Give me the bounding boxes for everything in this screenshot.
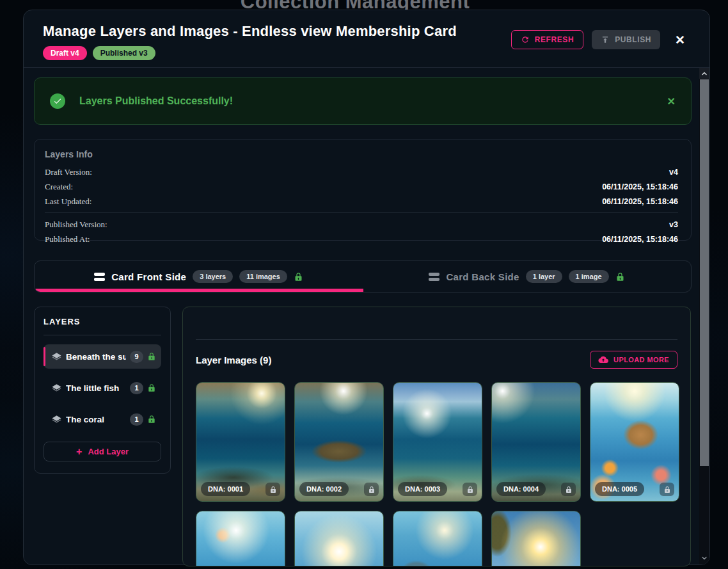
scroll-up-button[interactable] xyxy=(699,68,709,79)
layer-stack-icon xyxy=(51,383,62,394)
header-actions: REFRESH PUBLISH ✕ xyxy=(511,30,685,49)
layer-name: Beneath the sur… xyxy=(66,352,126,362)
layer-count-badge: 1 xyxy=(130,382,143,394)
image-card-dna-0002[interactable]: DNA: 0002 xyxy=(294,382,384,502)
modal-close-button[interactable]: ✕ xyxy=(675,33,685,47)
publish-label: PUBLISH xyxy=(615,35,651,44)
tab-label: Card Front Side xyxy=(111,271,186,282)
draft-version-badge: Draft v4 xyxy=(43,46,87,60)
cloud-upload-icon xyxy=(598,355,608,365)
dna-badge: DNA: 0002 xyxy=(299,482,349,496)
plus-icon: + xyxy=(76,446,82,458)
image-card[interactable] xyxy=(491,511,581,566)
info-row-published-version: Published Version: v3 xyxy=(45,220,678,230)
card-lock-icon xyxy=(561,483,576,496)
divider xyxy=(196,339,677,340)
alert-message: Layers Published Successfully! xyxy=(79,95,233,107)
info-value: v3 xyxy=(669,220,678,229)
dna-badge: DNA: 0004 xyxy=(496,482,546,496)
active-tab-indicator xyxy=(35,289,363,292)
layer-images-panel: Layer Images (9) UPLOAD MORE DNA: 0001 D… xyxy=(182,307,691,566)
layers-count-badge: 3 layers xyxy=(193,270,233,283)
refresh-label: REFRESH xyxy=(535,35,574,44)
tab-card-front-side[interactable]: Card Front Side 3 layers 11 images xyxy=(35,261,363,292)
info-label: Published At: xyxy=(45,234,90,244)
divider xyxy=(44,335,161,335)
layer-stack-icon xyxy=(51,414,62,425)
info-value: 06/11/2025, 15:18:46 xyxy=(602,182,678,191)
layer-count-badge: 1 xyxy=(130,413,143,426)
chevron-down-icon xyxy=(700,554,708,562)
dna-badge: DNA: 0005 xyxy=(595,482,644,496)
layer-item-the-little-fish[interactable]: The little fish 1 xyxy=(44,376,161,400)
card-lock-icon xyxy=(364,483,379,496)
info-value: 06/11/2025, 15:18:46 xyxy=(602,235,678,244)
image-card[interactable] xyxy=(294,511,384,566)
image-card[interactable] xyxy=(196,511,285,566)
layers-panel-title: LAYERS xyxy=(44,317,161,326)
collection-management-page: Collection Management Manage Layers and … xyxy=(0,0,728,569)
modal-header: Manage Layers and Images - Endless view … xyxy=(24,10,709,68)
upload-more-button[interactable]: UPLOAD MORE xyxy=(590,351,677,369)
layers-modal: Manage Layers and Images - Endless view … xyxy=(23,10,710,565)
image-card-dna-0001[interactable]: DNA: 0001 xyxy=(196,382,285,502)
layers-panel: LAYERS Beneath the sur… 9 The little fis… xyxy=(34,307,171,474)
check-circle-icon xyxy=(50,93,65,109)
layers-info-title: Layers Info xyxy=(45,149,678,159)
success-alert: Layers Published Successfully! ✕ xyxy=(34,77,692,125)
layers-count-badge: 1 layer xyxy=(526,270,562,283)
layer-images-heading: Layer Images (9) xyxy=(196,355,271,365)
upload-icon xyxy=(601,35,610,44)
image-card[interactable] xyxy=(393,511,482,566)
info-label: Published Version: xyxy=(45,220,107,230)
info-row-created: Created: 06/11/2025, 15:18:46 xyxy=(45,182,678,192)
modal-title: Manage Layers and Images - Endless view … xyxy=(43,23,457,40)
card-lock-icon xyxy=(265,483,280,496)
card-lock-icon xyxy=(463,483,477,496)
info-divider xyxy=(45,212,678,213)
gallery-header: Layer Images (9) UPLOAD MORE xyxy=(196,351,677,369)
scrollbar[interactable] xyxy=(699,68,709,565)
tab-card-back-side[interactable]: Card Back Side 1 layer 1 image xyxy=(363,261,691,292)
lock-icon xyxy=(147,415,156,424)
add-layer-label: Add Layer xyxy=(88,447,129,456)
info-row-draft-version: Draft Version: v4 xyxy=(45,167,678,177)
lock-icon xyxy=(147,383,156,392)
info-row-last-updated: Last Updated: 06/11/2025, 15:18:46 xyxy=(45,196,678,207)
scroll-down-button[interactable] xyxy=(699,553,709,563)
alert-close-button[interactable]: ✕ xyxy=(667,95,676,108)
scroll-thumb[interactable] xyxy=(700,79,709,466)
tab-label: Card Back Side xyxy=(446,271,519,282)
version-badges: Draft v4 Published v3 xyxy=(43,46,155,60)
info-label: Draft Version: xyxy=(45,167,92,177)
lock-icon xyxy=(615,272,625,282)
lock-icon xyxy=(294,272,303,282)
layer-name: The little fish xyxy=(66,383,126,393)
info-label: Last Updated: xyxy=(45,196,91,207)
layer-item-the-coral[interactable]: The coral 1 xyxy=(44,407,161,431)
info-row-published-at: Published At: 06/11/2025, 15:18:46 xyxy=(45,234,678,244)
layer-stack-icon xyxy=(51,351,62,362)
lock-icon xyxy=(147,352,156,361)
info-label: Created: xyxy=(45,182,73,192)
card-lock-icon xyxy=(660,483,674,496)
dna-badge: DNA: 0003 xyxy=(398,482,447,496)
card-side-tabs: Card Front Side 3 layers 11 images Card … xyxy=(34,260,692,293)
publish-button[interactable]: PUBLISH xyxy=(592,30,660,49)
refresh-button[interactable]: REFRESH xyxy=(511,30,584,49)
published-version-badge: Published v3 xyxy=(93,46,155,60)
image-card-dna-0004[interactable]: DNA: 0004 xyxy=(491,382,581,502)
layers-info-panel: Layers Info Draft Version: v4 Created: 0… xyxy=(34,139,692,241)
layers-bars-icon xyxy=(94,273,105,281)
layer-name: The coral xyxy=(66,415,126,424)
layers-bars-icon xyxy=(429,273,439,281)
image-grid: DNA: 0001 DNA: 0002 DNA: 0003 DNA: 0004 … xyxy=(196,382,677,566)
chevron-up-icon xyxy=(700,70,708,77)
image-card-dna-0003[interactable]: DNA: 0003 xyxy=(393,382,482,502)
image-card-dna-0005[interactable]: DNA: 0005 xyxy=(590,382,679,502)
layer-item-beneath-the-surface[interactable]: Beneath the sur… 9 xyxy=(44,344,161,369)
upload-more-label: UPLOAD MORE xyxy=(613,356,669,364)
dna-badge: DNA: 0001 xyxy=(201,482,250,496)
layer-count-badge: 9 xyxy=(130,351,143,363)
add-layer-button[interactable]: + Add Layer xyxy=(44,442,161,461)
